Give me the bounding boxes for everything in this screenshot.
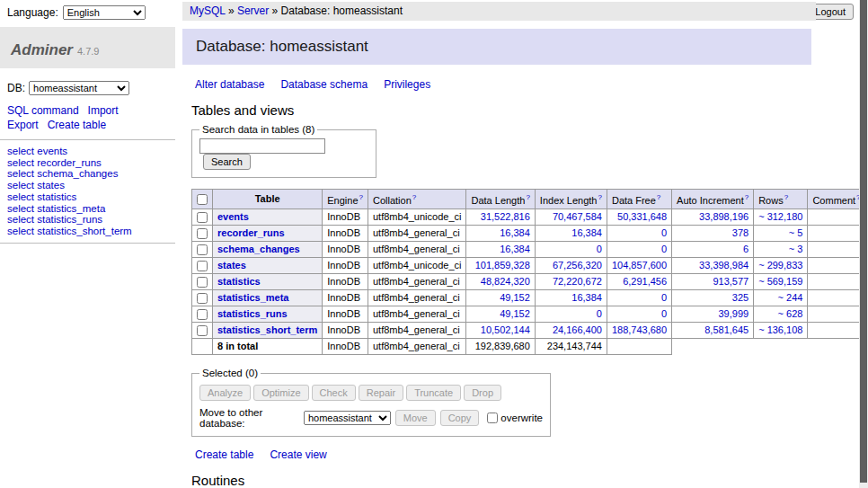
data-length-link[interactable]: 10,502,144 — [481, 324, 530, 335]
check-button[interactable]: Check — [312, 385, 356, 401]
data-free-link[interactable]: 0 — [661, 292, 667, 303]
auto-increment-link[interactable]: 8,581,645 — [704, 324, 748, 335]
sidebar-item-select-statistics[interactable]: select statistics — [7, 191, 175, 203]
index-length-link[interactable]: 67,256,320 — [553, 260, 602, 271]
auto-increment-link[interactable]: 39,999 — [719, 308, 749, 319]
rows-count-link[interactable]: ~ 3 — [789, 244, 803, 254]
data-free-link[interactable]: 104,857,600 — [612, 260, 667, 271]
help-icon[interactable]: ? — [598, 193, 601, 201]
table-link-schema-changes[interactable]: schema_changes — [217, 244, 300, 254]
rows-count-link[interactable]: ~ 569,159 — [758, 276, 802, 287]
index-length-link[interactable]: 16,384 — [571, 227, 602, 238]
row-checkbox-statistics-short-term[interactable] — [197, 325, 208, 336]
truncate-button[interactable]: Truncate — [406, 385, 461, 401]
row-checkbox-events[interactable] — [197, 212, 208, 223]
sidebar-item-select-statistics-meta[interactable]: select statistics_meta — [7, 203, 175, 215]
language-select[interactable]: English — [63, 5, 146, 20]
sidebar-item-select-schema-changes[interactable]: select schema_changes — [7, 168, 175, 180]
index-length-link[interactable]: 0 — [597, 308, 602, 319]
sidebar-item-select-statistics-runs[interactable]: select statistics_runs — [7, 214, 175, 226]
data-free-link[interactable]: 188,743,680 — [612, 324, 667, 335]
auto-increment-link[interactable]: 913,577 — [713, 276, 748, 287]
rows-count-link[interactable]: ~ 5 — [789, 227, 803, 238]
help-icon[interactable]: ? — [784, 193, 788, 201]
table-link-statistics-runs[interactable]: statistics_runs — [217, 308, 288, 319]
table-link-events[interactable]: events — [217, 211, 249, 222]
data-free-link[interactable]: 50,331,648 — [617, 211, 667, 222]
move-db-select[interactable]: homeassistant — [304, 411, 391, 425]
help-icon[interactable]: ? — [359, 193, 363, 201]
data-length-link[interactable]: 31,522,816 — [481, 211, 530, 222]
index-length-link[interactable]: 0 — [597, 244, 602, 254]
select-all-checkbox[interactable] — [197, 194, 208, 205]
data-length-link[interactable]: 49,152 — [500, 292, 530, 303]
table-link-statistics[interactable]: statistics — [217, 276, 261, 287]
auto-increment-link[interactable]: 325 — [732, 292, 748, 303]
help-icon[interactable]: ? — [657, 193, 660, 201]
data-length-link[interactable]: 49,152 — [500, 308, 530, 319]
row-checkbox-statistics-meta[interactable] — [197, 293, 208, 304]
search-legend: Search data in tables (8) — [199, 124, 317, 135]
copy-button[interactable]: Copy — [440, 410, 480, 426]
table-link-statistics-meta[interactable]: statistics_meta — [217, 292, 289, 303]
optimize-button[interactable]: Optimize — [253, 385, 308, 401]
sidebar-item-select-states[interactable]: select states — [7, 180, 175, 191]
search-input[interactable] — [199, 138, 325, 154]
sidebar-item-select-statistics-short-term[interactable]: select statistics_short_term — [7, 226, 175, 237]
row-checkbox-schema-changes[interactable] — [197, 244, 208, 255]
move-button[interactable]: Move — [395, 410, 436, 426]
auto-increment-link[interactable]: 33,398,984 — [699, 260, 748, 271]
auto-increment-link[interactable]: 378 — [732, 227, 748, 238]
overwrite-checkbox[interactable] — [487, 413, 498, 423]
link-create-view[interactable]: Create view — [270, 448, 326, 461]
auto-increment-link[interactable]: 33,898,196 — [699, 211, 748, 222]
rows-count-link[interactable]: ~ 244 — [778, 292, 803, 303]
table-link-statistics-short-term[interactable]: statistics_short_term — [217, 324, 317, 335]
row-checkbox-states[interactable] — [197, 261, 208, 271]
index-length-link[interactable]: 16,384 — [571, 292, 602, 303]
rows-count-link[interactable]: ~ 628 — [778, 308, 803, 319]
rows-count-link[interactable]: ~ 312,180 — [758, 211, 802, 222]
scrollbar[interactable] — [859, 0, 868, 488]
row-checkbox-statistics[interactable] — [197, 277, 208, 288]
repair-button[interactable]: Repair — [359, 385, 403, 401]
data-length-link[interactable]: 16,384 — [500, 244, 530, 254]
data-length-link[interactable]: 48,824,320 — [481, 276, 530, 287]
link-database-schema[interactable]: Database schema — [280, 78, 368, 91]
link-create-table[interactable]: Create table — [195, 448, 253, 461]
data-length-link[interactable]: 16,384 — [500, 227, 530, 238]
drop-button[interactable]: Drop — [464, 385, 501, 401]
breadcrumb-link-server[interactable]: Server — [237, 4, 269, 17]
data-free-link[interactable]: 0 — [661, 227, 667, 238]
sidebar-action-export[interactable]: Export — [7, 119, 39, 131]
row-checkbox-recorder-runs[interactable] — [197, 228, 208, 239]
data-free-link[interactable]: 0 — [661, 308, 667, 319]
help-icon[interactable]: ? — [526, 193, 529, 201]
index-length-link[interactable]: 24,166,400 — [553, 324, 602, 335]
sidebar-item-select-recorder-runs[interactable]: select recorder_runs — [7, 157, 175, 169]
search-button[interactable]: Search — [203, 154, 251, 170]
row-checkbox-statistics-runs[interactable] — [197, 309, 208, 320]
data-length-link[interactable]: 101,859,328 — [475, 260, 530, 271]
scrollbar-thumb[interactable] — [860, 0, 867, 483]
sidebar-action-import[interactable]: Import — [88, 104, 119, 117]
auto-increment-link[interactable]: 6 — [743, 244, 748, 254]
table-link-recorder-runs[interactable]: recorder_runs — [217, 227, 285, 238]
breadcrumb-link-mysql[interactable]: MySQL — [190, 4, 226, 17]
index-length-link[interactable]: 70,467,584 — [553, 211, 602, 222]
analyze-button[interactable]: Analyze — [199, 385, 251, 401]
link-alter-database[interactable]: Alter database — [195, 78, 264, 91]
index-length-link[interactable]: 72,220,672 — [553, 276, 602, 287]
sidebar-item-select-events[interactable]: select events — [7, 146, 175, 157]
help-icon[interactable]: ? — [412, 193, 416, 201]
sidebar-action-sql-command[interactable]: SQL command — [7, 104, 79, 117]
db-select[interactable]: homeassistant — [29, 81, 129, 95]
data-free-link[interactable]: 6,291,456 — [623, 276, 667, 287]
rows-count-link[interactable]: ~ 136,108 — [758, 324, 802, 335]
data-free-link[interactable]: 0 — [661, 244, 667, 254]
sidebar-action-create-table[interactable]: Create table — [48, 119, 106, 131]
help-icon[interactable]: ? — [745, 193, 748, 201]
table-link-states[interactable]: states — [217, 260, 246, 271]
rows-count-link[interactable]: ~ 299,833 — [758, 260, 802, 271]
link-privileges[interactable]: Privileges — [384, 78, 430, 91]
